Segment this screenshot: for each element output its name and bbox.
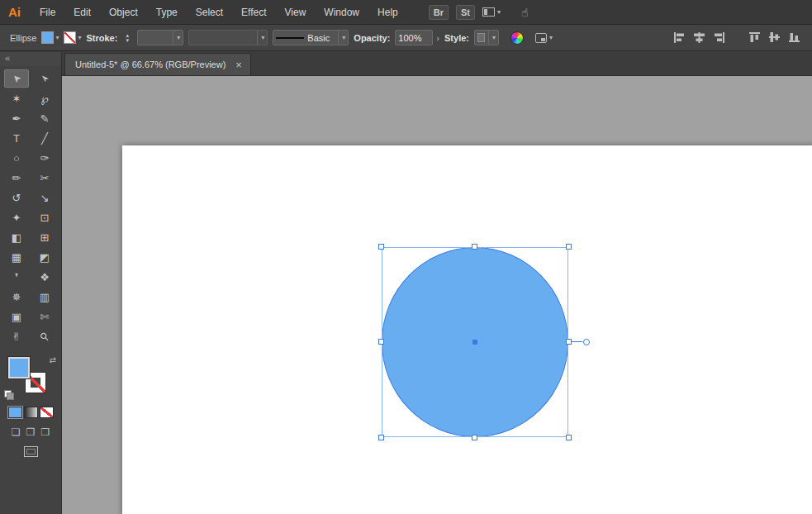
width-tool[interactable]: ✦ — [4, 208, 29, 226]
width-profile-select[interactable]: ▾ — [188, 30, 268, 45]
menu-select[interactable]: Select — [187, 0, 232, 25]
artboard-tool[interactable]: ▣ — [4, 307, 29, 326]
selection-handle[interactable] — [472, 244, 477, 250]
draw-inside-button[interactable]: ❒ — [40, 426, 50, 438]
line-segment-tool[interactable]: ╱ — [32, 129, 57, 147]
free-transform-tool[interactable]: ⊡ — [32, 208, 57, 226]
mesh-tool[interactable]: ▦ — [4, 248, 29, 266]
opacity-label: Opacity: — [354, 33, 390, 43]
stroke-color-button[interactable]: ▾ — [64, 31, 81, 44]
chevron-down-icon: ▾ — [78, 35, 81, 41]
chevron-down-icon: ▾ — [492, 35, 496, 41]
swap-fill-stroke-icon[interactable]: ⇄ — [50, 355, 56, 364]
live-shape-handle-knob[interactable] — [583, 339, 590, 345]
type-tool[interactable]: T — [4, 129, 29, 147]
align-vertical-top-button[interactable] — [748, 31, 761, 44]
selection-handle[interactable] — [472, 435, 477, 440]
magic-wand-tool[interactable]: ✶ — [4, 89, 29, 107]
menu-edit[interactable]: Edit — [64, 0, 100, 25]
chevron-down-icon: ▾ — [549, 35, 553, 41]
rotate-tool[interactable]: ↺ — [4, 188, 29, 207]
menu-effect[interactable]: Effect — [232, 0, 275, 25]
paintbrush-tool[interactable]: ✑ — [32, 149, 57, 167]
fill-color-well[interactable] — [8, 357, 30, 378]
align-horizontal-left-button[interactable] — [673, 31, 686, 44]
chevron-down-icon: ▾ — [55, 35, 59, 41]
align-horizontal-right-button[interactable] — [713, 31, 725, 44]
pen-tool[interactable]: ✒ — [4, 109, 29, 127]
align-vertical-center-button[interactable] — [768, 31, 781, 44]
live-shape-handle-line — [571, 341, 582, 342]
perspective-grid-tool[interactable]: ⊞ — [32, 228, 57, 246]
stroke-label: Stroke: — [86, 33, 117, 43]
symbol-sprayer-tool[interactable]: ✵ — [4, 288, 29, 306]
menu-view[interactable]: View — [276, 0, 316, 25]
selection-overlay — [382, 247, 568, 437]
align-vertical-top-icon — [748, 31, 761, 44]
menu-object[interactable]: Object — [100, 0, 147, 25]
shape-builder-tool[interactable]: ◧ — [4, 228, 29, 246]
slice-tool[interactable]: ✄ — [32, 307, 57, 326]
stock-button[interactable]: St — [456, 5, 475, 20]
stroke-weight-select[interactable]: ▾ — [137, 30, 183, 45]
align-horizontal-center-button[interactable] — [693, 31, 705, 44]
pencil-tool[interactable]: ✏ — [4, 169, 29, 187]
workspace-switcher[interactable]: ▾ — [482, 7, 501, 17]
draw-normal-button[interactable]: ❏ — [12, 426, 21, 438]
selection-handle[interactable] — [378, 339, 384, 345]
scissors-tool[interactable]: ✂ — [32, 169, 57, 187]
touch-workspace-icon[interactable]: ☝ — [521, 6, 529, 19]
hand-tool[interactable]: ✌ — [4, 327, 29, 345]
scale-tool[interactable]: ↘ — [32, 188, 57, 207]
align-vertical-bottom-button[interactable] — [788, 31, 800, 44]
fill-color-button[interactable]: ▾ — [41, 31, 59, 44]
opacity-flyout-icon[interactable]: › — [436, 33, 439, 43]
gradient-button[interactable] — [24, 407, 38, 418]
align-group — [673, 31, 804, 44]
direct-selection-tool[interactable]: ➢ — [32, 69, 57, 88]
screen-mode-button[interactable] — [24, 446, 38, 457]
tools-panel-collapse-button[interactable]: « — [0, 52, 61, 66]
curvature-tool[interactable]: ✎ — [32, 109, 57, 127]
fill-stroke-indicator: ⇄ — [4, 355, 57, 400]
blend-tool[interactable]: ❖ — [32, 268, 57, 286]
stroke-weight-stepper[interactable]: ▴ ▾ — [122, 33, 132, 43]
bridge-button[interactable]: Br — [429, 5, 449, 20]
selection-tool[interactable]: ➤ — [4, 69, 29, 88]
lasso-tool[interactable]: ℘ — [32, 89, 57, 107]
color-button[interactable] — [8, 407, 22, 418]
tool-grid: ➤➢✶℘✒✎T╱○✑✏✂↺↘✦⊡◧⊞▦◩❜❖✵▥▣✄✌⚲ — [4, 69, 57, 345]
align-horizontal-center-icon — [693, 31, 705, 44]
document-tab-title: Untitled-5* @ 66.67% (RGB/Preview) — [75, 59, 226, 69]
none-button[interactable] — [40, 407, 54, 418]
stroke-none-swatch-icon — [64, 31, 76, 44]
canvas-area[interactable] — [62, 76, 812, 514]
zoom-tool[interactable]: ⚲ — [32, 327, 57, 345]
brush-definition-select[interactable]: Basic ▾ — [273, 30, 349, 45]
shape-options-button[interactable]: ▾ — [535, 33, 553, 43]
column-graph-tool[interactable]: ▥ — [32, 288, 57, 306]
control-bar: Ellipse ▾ ▾ Stroke: ▴ ▾ ▾ ▾ Basic ▾ Opac… — [0, 25, 812, 51]
tab-close-button[interactable]: × — [235, 59, 242, 70]
gradient-tool[interactable]: ◩ — [32, 248, 57, 266]
menu-help[interactable]: Help — [368, 0, 407, 25]
menu-window[interactable]: Window — [315, 0, 368, 25]
menu-file[interactable]: File — [31, 0, 64, 25]
align-vertical-bottom-icon — [788, 31, 800, 44]
fill-swatch-icon — [41, 31, 54, 44]
eyedropper-tool[interactable]: ❜ — [4, 268, 29, 286]
recolor-artwork-icon[interactable] — [510, 31, 524, 45]
ellipse-tool[interactable]: ○ — [4, 149, 29, 167]
selection-handle[interactable] — [566, 244, 572, 250]
style-select[interactable]: ▾ — [474, 30, 499, 45]
menu-type[interactable]: Type — [147, 0, 187, 25]
document-tab[interactable]: Untitled-5* @ 66.67% (RGB/Preview) × — [64, 53, 251, 75]
draw-behind-button[interactable]: ❐ — [26, 426, 36, 438]
selection-handle[interactable] — [378, 435, 384, 440]
shape-center-point[interactable] — [472, 340, 477, 345]
opacity-input[interactable]: 100% — [395, 30, 433, 45]
menubar-right: Br St ▾ ☝ — [429, 5, 529, 20]
selection-handle[interactable] — [566, 435, 572, 440]
selection-handle[interactable] — [378, 244, 384, 250]
default-fill-stroke-icon[interactable] — [4, 390, 14, 400]
